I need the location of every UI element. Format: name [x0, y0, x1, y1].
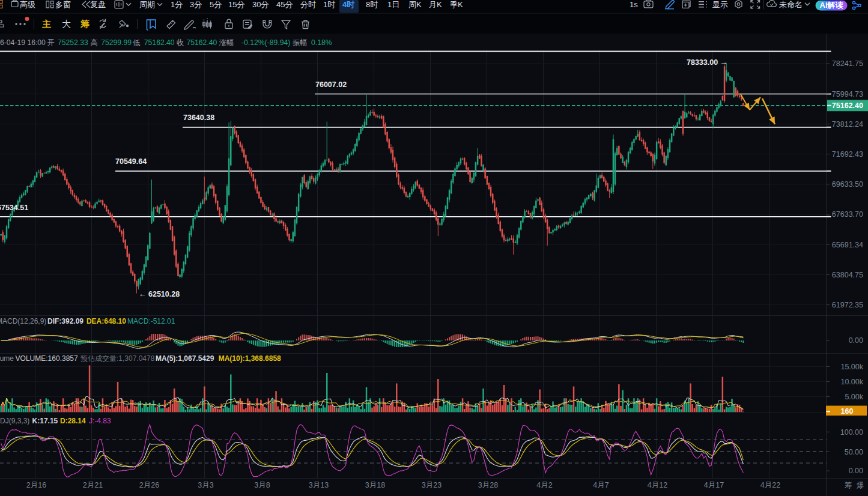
svg-text:10.00k: 10.00k: [840, 378, 863, 386]
svg-text:多窗: 多窗: [55, 0, 71, 9]
svg-text:30分: 30分: [252, 0, 269, 9]
svg-text:45分: 45分: [276, 0, 293, 9]
svg-text:爆: 爆: [857, 481, 864, 489]
svg-text:6-04-19 16:00: 6-04-19 16:00: [0, 38, 46, 47]
svg-text:0.00: 0.00: [849, 336, 863, 345]
svg-text:5分: 5分: [210, 0, 222, 9]
svg-text:15分: 15分: [228, 0, 244, 9]
svg-text:DIF:392.09: DIF:392.09: [47, 317, 83, 325]
svg-text:涨幅: 涨幅: [219, 38, 234, 47]
svg-text:显示: 显示: [712, 0, 728, 9]
svg-text:高级: 高级: [20, 0, 35, 9]
svg-text:2月21: 2月21: [83, 481, 103, 489]
svg-text:75994.73: 75994.73: [832, 90, 863, 98]
svg-text:← 62510.28: ← 62510.28: [139, 290, 180, 298]
svg-text:K:17.15: K:17.15: [32, 417, 58, 425]
svg-text:周期: 周期: [139, 0, 155, 9]
svg-text:分时: 分时: [300, 0, 316, 9]
svg-text:4月7: 4月7: [593, 481, 609, 489]
svg-text:75299.99: 75299.99: [101, 38, 132, 47]
svg-text:收: 收: [177, 38, 184, 47]
svg-text:Volume: Volume: [0, 354, 14, 363]
svg-text:3月13: 3月13: [309, 481, 329, 489]
svg-text:78241.75: 78241.75: [832, 59, 863, 68]
svg-text:5.00k: 5.00k: [845, 393, 863, 401]
svg-text:76007.02: 76007.02: [315, 80, 347, 89]
svg-text:J:-4.83: J:-4.83: [89, 417, 111, 425]
svg-text:1s: 1s: [630, 0, 638, 9]
svg-text:8时: 8时: [366, 0, 378, 9]
svg-text:2月26: 2月26: [139, 481, 159, 489]
svg-text:MA(10):1,368.6858: MA(10):1,368.6858: [219, 354, 281, 363]
svg-text:0.18%: 0.18%: [311, 38, 332, 47]
svg-text:1时: 1时: [323, 0, 335, 9]
svg-text:D:28.14: D:28.14: [60, 417, 86, 425]
svg-text:3月3: 3月3: [198, 481, 213, 489]
svg-text:3月23: 3月23: [422, 481, 442, 489]
svg-text:71692.43: 71692.43: [832, 150, 863, 159]
svg-text:筹: 筹: [845, 481, 852, 489]
svg-text:3月28: 3月28: [478, 481, 498, 489]
svg-text:MACD:-512.01: MACD:-512.01: [127, 317, 175, 325]
svg-text:15.00k: 15.00k: [840, 363, 863, 371]
svg-text:低: 低: [133, 38, 141, 47]
svg-text:75252.33: 75252.33: [58, 38, 88, 47]
svg-text:MACD(12,26,9): MACD(12,26,9): [0, 317, 46, 325]
svg-text:75162.40: 75162.40: [832, 101, 863, 110]
svg-text:4月17: 4月17: [704, 481, 724, 489]
svg-text:0.00: 0.00: [849, 467, 863, 475]
svg-text:筹: 筹: [80, 19, 90, 29]
svg-text:周K: 周K: [408, 0, 422, 9]
svg-text:2月16: 2月16: [26, 481, 46, 489]
svg-text:DEA:648.10: DEA:648.10: [86, 317, 126, 325]
svg-text:MA(5):1,067.5429: MA(5):1,067.5429: [156, 354, 214, 363]
svg-text:4时: 4时: [342, 0, 355, 9]
svg-text:65691.34: 65691.34: [832, 241, 863, 249]
svg-text:67633.70: 67633.70: [832, 210, 863, 219]
svg-text:75162.40: 75162.40: [187, 38, 217, 47]
svg-text:复盘: 复盘: [90, 0, 106, 9]
svg-text:振幅: 振幅: [293, 38, 307, 47]
svg-text:开: 开: [47, 38, 55, 47]
svg-text:61972.35: 61972.35: [832, 301, 863, 309]
svg-text:4月2: 4月2: [536, 481, 552, 489]
svg-text:1日: 1日: [387, 0, 399, 9]
svg-text:4月22: 4月22: [760, 481, 780, 489]
svg-text:50.00: 50.00: [845, 448, 863, 456]
svg-text:3月8: 3月8: [254, 481, 270, 489]
svg-text:3分: 3分: [190, 0, 202, 9]
svg-text:70549.64: 70549.64: [115, 157, 147, 166]
svg-text:63804.75: 63804.75: [832, 271, 863, 279]
svg-text:100.00: 100.00: [840, 428, 863, 437]
svg-text:78333.00 →: 78333.00 →: [687, 58, 727, 67]
svg-text:VOLUME:160.3857: VOLUME:160.3857: [16, 354, 78, 363]
svg-text:高: 高: [91, 38, 98, 47]
svg-text:73812.24: 73812.24: [832, 120, 863, 129]
svg-text:-0.12%(-89.94): -0.12%(-89.94): [241, 38, 290, 47]
svg-text:67534.51: 67534.51: [0, 204, 28, 212]
svg-text:1分: 1分: [171, 0, 183, 9]
svg-text:160: 160: [841, 407, 854, 416]
svg-text:75162.40: 75162.40: [144, 38, 175, 47]
svg-text:KDJ(9,3,3): KDJ(9,3,3): [0, 417, 29, 425]
svg-text:AI解读: AI解读: [820, 1, 844, 10]
svg-text:大: 大: [62, 19, 71, 29]
svg-text:未命名: 未命名: [779, 0, 803, 9]
svg-text:主: 主: [42, 19, 51, 29]
svg-text:季K: 季K: [450, 0, 463, 9]
svg-text:4月12: 4月12: [648, 481, 667, 489]
svg-text:月K: 月K: [429, 0, 442, 9]
svg-text:69633.50: 69633.50: [832, 180, 863, 189]
svg-text:73640.38: 73640.38: [183, 113, 214, 122]
svg-text:预估成交量:1,307.0478: 预估成交量:1,307.0478: [80, 354, 155, 363]
svg-text:3月18: 3月18: [365, 481, 385, 489]
